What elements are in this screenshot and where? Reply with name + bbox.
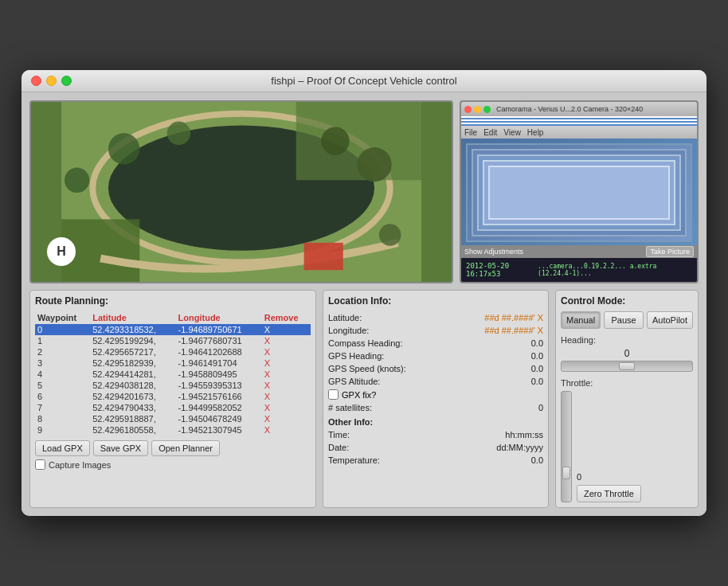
cell-lon: -1.94521307945 xyxy=(176,424,262,436)
cell-lat: 52.4295918887, xyxy=(90,413,175,424)
cell-lat: 52.4294038128, xyxy=(90,380,175,391)
field-label: Latitude: xyxy=(328,313,362,322)
cell-lon: -1.94504678249 xyxy=(176,413,262,424)
cell-remove[interactable]: X xyxy=(262,357,311,369)
cell-lat: 52.4295199294, xyxy=(90,335,175,346)
cell-lon: -1.94641202688 xyxy=(176,346,262,357)
minimize-button[interactable] xyxy=(46,76,57,86)
table-row[interactable]: 2 52.4295657217, -1.94641202688 X xyxy=(35,346,311,357)
table-row[interactable]: 3 52.4295182939, -1.9461491704 X xyxy=(35,357,311,369)
table-row[interactable]: 6 52.4294201673, -1.94521576166 X xyxy=(35,391,311,402)
satellites-value: 0 xyxy=(538,403,543,412)
camera-status-1: 2012-05-20 16:17x53 xyxy=(466,262,538,278)
location-field-row: GPS Speed (knots): 0.0 xyxy=(328,362,543,375)
route-buttons: Load GPX Save GPX Open Planner xyxy=(35,440,311,456)
gpx-fix-label: GPX fix? xyxy=(342,390,376,400)
cam-menu-file[interactable]: File xyxy=(464,128,477,137)
save-gpx-button[interactable]: Save GPX xyxy=(93,440,148,456)
table-row[interactable]: 9 52.4296180558, -1.94521307945 X xyxy=(35,424,311,436)
col-waypoint: Waypoint xyxy=(35,311,90,324)
col-latitude: Latitude xyxy=(90,311,175,324)
bottom-panels: Route Planning: Waypoint Latitude Longit… xyxy=(29,290,699,508)
cell-remove[interactable]: X xyxy=(262,346,311,357)
location-field-row: Latitude: ##d ##.####' X xyxy=(328,311,543,324)
table-row[interactable]: 4 52.4294414281, -1.9458809495 X xyxy=(35,369,311,380)
cell-remove[interactable]: X xyxy=(262,335,311,346)
close-button[interactable] xyxy=(31,76,41,86)
control-title: Control Mode: xyxy=(561,295,693,307)
heading-value: 0 xyxy=(561,348,693,359)
cell-remove[interactable]: X xyxy=(262,369,311,380)
cell-lat: 52.4294414281, xyxy=(90,369,175,380)
cell-lon: -1.94689750671 xyxy=(176,324,262,335)
cell-lat: 52.4293318532, xyxy=(90,324,175,335)
cell-lon: -1.9461491704 xyxy=(176,357,262,369)
cell-remove[interactable]: X xyxy=(262,402,311,413)
cell-remove[interactable]: X xyxy=(262,324,311,335)
cell-lon: -1.94677680731 xyxy=(176,335,262,346)
cell-lat: 52.4294201673, xyxy=(90,391,175,402)
cell-lon: -1.94521576166 xyxy=(176,391,262,402)
cell-id: 1 xyxy=(35,335,90,346)
field-value: 0.0 xyxy=(531,351,543,361)
satellites-row: # satellites: 0 xyxy=(328,401,543,414)
load-gpx-button[interactable]: Load GPX xyxy=(35,440,90,456)
cell-lon: -1.94559395313 xyxy=(176,380,262,391)
cam-min[interactable] xyxy=(474,106,481,113)
table-row[interactable]: 7 52.4294790433, -1.94499582052 X xyxy=(35,402,311,413)
location-field-row: Compass Heading: 0.0 xyxy=(328,337,543,350)
cam-menu-edit[interactable]: Edit xyxy=(483,128,497,137)
table-row[interactable]: 8 52.4295918887, -1.94504678249 X xyxy=(35,413,311,424)
window-title: fishpi – Proof Of Concept Vehicle contro… xyxy=(271,75,456,87)
cell-id: 2 xyxy=(35,346,90,357)
location-field-row: GPS Heading: 0.0 xyxy=(328,350,543,362)
cell-remove[interactable]: X xyxy=(262,391,311,402)
table-row[interactable]: 1 52.4295199294, -1.94677680731 X xyxy=(35,335,311,346)
pause-button[interactable]: Pause xyxy=(604,311,644,329)
camera-titlebar: Camorama - Venus U...2.0 Camera - 320×24… xyxy=(461,102,697,116)
field-value: 0.0 xyxy=(531,338,543,348)
location-field-row: Longitude: ##d ##.####' X xyxy=(328,324,543,337)
cell-remove[interactable]: X xyxy=(262,413,311,424)
camera-preview xyxy=(461,139,697,245)
other-field-row: Time: hh:mm:ss xyxy=(328,428,543,441)
table-row[interactable]: 5 52.4294038128, -1.94559395313 X xyxy=(35,380,311,391)
open-planner-button[interactable]: Open Planner xyxy=(151,440,220,456)
gpx-fix-checkbox[interactable] xyxy=(328,389,339,400)
take-picture-button[interactable]: Take Picture xyxy=(646,246,694,257)
location-title: Location Info: xyxy=(328,295,543,307)
cell-lon: -1.9458809495 xyxy=(176,369,262,380)
map-panel: H xyxy=(29,100,453,283)
zero-throttle-button[interactable]: Zero Throttle xyxy=(577,485,641,502)
cell-id: 6 xyxy=(35,391,90,402)
camera-menu: File Edit View Help xyxy=(461,126,697,139)
manual-button[interactable]: Manual xyxy=(561,311,601,329)
maximize-button[interactable] xyxy=(61,76,72,86)
cam-close[interactable] xyxy=(464,106,472,113)
content-area: H Camorama - Venus U...2.0 Camera - 320×… xyxy=(22,92,706,516)
field-label: GPS Altitude: xyxy=(328,377,380,386)
svg-point-7 xyxy=(108,133,139,164)
control-panel: Control Mode: Manual Pause AutoPilot Hea… xyxy=(555,290,699,508)
camera-stripe xyxy=(461,116,697,126)
throttle-controls: 0 Zero Throttle xyxy=(577,391,641,502)
cam-menu-view[interactable]: View xyxy=(503,128,521,137)
cam-menu-help[interactable]: Help xyxy=(527,128,544,137)
cam-max[interactable] xyxy=(483,106,491,113)
cell-remove[interactable]: X xyxy=(262,380,311,391)
cell-id: 7 xyxy=(35,402,90,413)
field-label: Date: xyxy=(328,443,349,452)
field-label: Temperature: xyxy=(328,455,380,465)
capture-images-checkbox[interactable] xyxy=(35,459,45,470)
titlebar: fishpi – Proof Of Concept Vehicle contro… xyxy=(22,70,706,92)
throttle-slider[interactable] xyxy=(561,391,572,502)
cell-lat: 52.4294790433, xyxy=(90,402,175,413)
camera-bottom: 2012-05-20 16:17x53 ...camera...0.19.2.2… xyxy=(461,258,697,282)
heading-slider[interactable] xyxy=(561,361,693,372)
svg-point-11 xyxy=(65,168,89,193)
cell-lat: 52.4295182939, xyxy=(90,357,175,369)
other-field-row: Temperature: 0.0 xyxy=(328,454,543,467)
cell-remove[interactable]: X xyxy=(262,424,311,436)
autopilot-button[interactable]: AutoPilot xyxy=(647,311,693,329)
table-row[interactable]: 0 52.4293318532, -1.94689750671 X xyxy=(35,324,311,335)
